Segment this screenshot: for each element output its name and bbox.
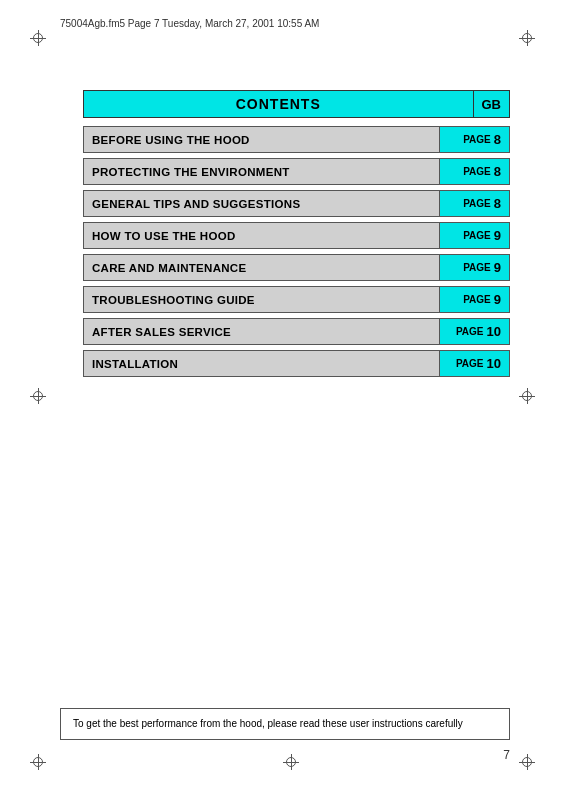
row-label-after-sales: AFTER SALES SERVICE [84, 319, 439, 344]
row-label-protecting: PROTECTING THE ENVIRONMENT [84, 159, 439, 184]
gb-badge: GB [482, 97, 502, 112]
row-label-care: CARE AND MAINTENANCE [84, 255, 439, 280]
row-label-text-installation: INSTALLATION [92, 358, 178, 370]
crosshair-top-left [30, 30, 46, 46]
row-page-protecting: PAGE8 [439, 159, 509, 184]
contents-title: CONTENTS [236, 96, 321, 112]
row-page-installation: PAGE10 [439, 351, 509, 376]
row-page-num-installation: 10 [487, 356, 501, 371]
crosshair-mid-left [30, 388, 46, 404]
row-page-label-after-sales: PAGE [456, 326, 484, 337]
row-label-text-how-to-use: HOW TO USE THE HOOD [92, 230, 236, 242]
crosshair-mid-right [519, 388, 535, 404]
crosshair-bot-right [519, 754, 535, 770]
row-page-num-before-using: 8 [494, 132, 501, 147]
row-page-label-protecting: PAGE [463, 166, 491, 177]
row-label-text-after-sales: AFTER SALES SERVICE [92, 326, 231, 338]
row-page-how-to-use: PAGE9 [439, 223, 509, 248]
file-info: 75004Agb.fm5 Page 7 Tuesday, March 27, 2… [60, 18, 319, 29]
row-page-label-care: PAGE [463, 262, 491, 273]
header-bar: 75004Agb.fm5 Page 7 Tuesday, March 27, 2… [60, 18, 525, 29]
row-page-num-care: 9 [494, 260, 501, 275]
row-label-text-troubleshooting: TROUBLESHOOTING GUIDE [92, 294, 255, 306]
row-page-label-installation: PAGE [456, 358, 484, 369]
row-label-text-protecting: PROTECTING THE ENVIRONMENT [92, 166, 290, 178]
crosshair-bot-mid [283, 754, 299, 770]
row-label-installation: INSTALLATION [84, 351, 439, 376]
bottom-note-text: To get the best performance from the hoo… [73, 718, 463, 729]
title-badge: GB [474, 90, 511, 118]
content-area: CONTENTS GB BEFORE USING THE HOODPAGE8PR… [83, 90, 510, 382]
row-page-after-sales: PAGE10 [439, 319, 509, 344]
row-label-before-using: BEFORE USING THE HOOD [84, 127, 439, 152]
row-page-label-troubleshooting: PAGE [463, 294, 491, 305]
row-page-num-after-sales: 10 [487, 324, 501, 339]
row-page-label-how-to-use: PAGE [463, 230, 491, 241]
crosshair-top-right [519, 30, 535, 46]
row-page-care: PAGE9 [439, 255, 509, 280]
row-label-text-care: CARE AND MAINTENANCE [92, 262, 246, 274]
row-page-label-before-using: PAGE [463, 134, 491, 145]
row-label-general-tips: GENERAL TIPS AND SUGGESTIONS [84, 191, 439, 216]
row-page-label-general-tips: PAGE [463, 198, 491, 209]
table-row-before-using: BEFORE USING THE HOODPAGE8 [83, 126, 510, 153]
rows-container: BEFORE USING THE HOODPAGE8PROTECTING THE… [83, 126, 510, 377]
title-row: CONTENTS GB [83, 90, 510, 118]
row-page-before-using: PAGE8 [439, 127, 509, 152]
page-number: 7 [503, 748, 510, 762]
table-row-general-tips: GENERAL TIPS AND SUGGESTIONSPAGE8 [83, 190, 510, 217]
row-page-num-protecting: 8 [494, 164, 501, 179]
bottom-note: To get the best performance from the hoo… [60, 708, 510, 740]
row-label-troubleshooting: TROUBLESHOOTING GUIDE [84, 287, 439, 312]
row-page-num-how-to-use: 9 [494, 228, 501, 243]
row-page-troubleshooting: PAGE9 [439, 287, 509, 312]
row-page-num-general-tips: 8 [494, 196, 501, 211]
crosshair-bot-left [30, 754, 46, 770]
title-main: CONTENTS [83, 90, 474, 118]
table-row-care: CARE AND MAINTENANCEPAGE9 [83, 254, 510, 281]
page: 75004Agb.fm5 Page 7 Tuesday, March 27, 2… [0, 0, 565, 800]
table-row-protecting: PROTECTING THE ENVIRONMENTPAGE8 [83, 158, 510, 185]
table-row-installation: INSTALLATIONPAGE10 [83, 350, 510, 377]
row-page-general-tips: PAGE8 [439, 191, 509, 216]
row-page-num-troubleshooting: 9 [494, 292, 501, 307]
row-label-how-to-use: HOW TO USE THE HOOD [84, 223, 439, 248]
row-label-text-general-tips: GENERAL TIPS AND SUGGESTIONS [92, 198, 300, 210]
table-row-troubleshooting: TROUBLESHOOTING GUIDEPAGE9 [83, 286, 510, 313]
row-label-text-before-using: BEFORE USING THE HOOD [92, 134, 250, 146]
table-row-how-to-use: HOW TO USE THE HOODPAGE9 [83, 222, 510, 249]
table-row-after-sales: AFTER SALES SERVICEPAGE10 [83, 318, 510, 345]
